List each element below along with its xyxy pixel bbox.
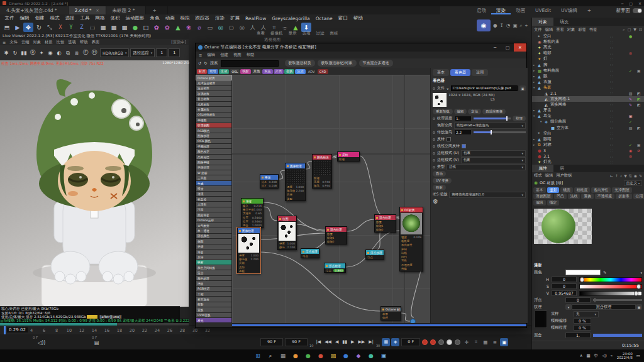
chevron-down-icon[interactable]: ▾ bbox=[640, 271, 642, 275]
value-slider[interactable] bbox=[579, 291, 642, 296]
menu-item[interactable]: 运动图形 bbox=[123, 15, 147, 21]
object-label[interactable]: 灯 bbox=[543, 56, 547, 62]
constraint-icon[interactable]: ⌀ bbox=[194, 23, 204, 32]
panel-tab[interactable]: 基本 bbox=[433, 69, 449, 76]
visibility-dots[interactable]: ∶∶ bbox=[610, 120, 626, 124]
object-tag-icon[interactable]: ✎ bbox=[626, 97, 635, 101]
prev-frame-button[interactable]: ◀ bbox=[335, 339, 339, 344]
search-icon[interactable]: ⌕ bbox=[519, 23, 522, 29]
app-firefox-icon[interactable]: ● bbox=[291, 351, 301, 361]
menu-item[interactable]: 模拟 bbox=[177, 15, 192, 21]
expand-arrow-icon[interactable]: ▾ bbox=[540, 120, 545, 123]
graph-node-header[interactable]: 反转 bbox=[338, 152, 359, 157]
folder-icon[interactable]: ▣ bbox=[636, 304, 642, 310]
graph-node-header[interactable]: 图像纹理 bbox=[286, 163, 305, 168]
graph-node[interactable]: 图像纹理强度1.000伽马值2.200反转类型边框 bbox=[237, 228, 260, 273]
node-type-item[interactable]: 毛发材质 bbox=[196, 102, 231, 106]
node-type-item[interactable]: W 坐标 bbox=[196, 170, 231, 175]
node-type-item[interactable]: 玻璃材质 bbox=[196, 91, 231, 96]
node-type-item[interactable]: 颜色校正 bbox=[196, 149, 231, 153]
locate-button[interactable]: 定位 bbox=[468, 109, 481, 114]
folder-icon[interactable]: ▣ bbox=[519, 85, 526, 91]
object-label[interactable]: 3 bbox=[543, 148, 546, 153]
expand-arrow-icon[interactable]: ▸ bbox=[533, 75, 538, 78]
bounces-field[interactable]: 1 bbox=[169, 48, 180, 57]
visibility-dots[interactable]: ∶∶ bbox=[610, 148, 626, 152]
close-button[interactable]: ✕ bbox=[638, 1, 641, 6]
pick-material-icon[interactable]: ⧉ bbox=[64, 48, 72, 57]
graph-node-header[interactable]: 图像纹理 bbox=[238, 228, 260, 233]
object-tag-icon[interactable]: ▣ bbox=[635, 143, 643, 147]
value-value[interactable]: 0.954687 bbox=[552, 290, 577, 296]
node-type-item[interactable]: 大理石 bbox=[196, 202, 231, 206]
document-tab[interactable]: 2.c4d *✕ bbox=[69, 6, 106, 14]
texture-add-icon[interactable]: ▾ bbox=[565, 304, 572, 310]
menu-item[interactable]: 扩展 bbox=[228, 15, 243, 21]
graph-node-param[interactable]: 浮点 bbox=[301, 254, 319, 258]
object-label[interactable]: 暗部 bbox=[543, 50, 552, 56]
blur-offset-value[interactable]: 0 % bbox=[574, 318, 591, 324]
live-viewer-menu-item[interactable]: 比较 bbox=[57, 40, 65, 45]
notification-icon[interactable]: ▭ bbox=[636, 353, 640, 358]
object-label[interactable]: 2.1 bbox=[550, 91, 557, 96]
preset-select[interactable]: 自定义▾ bbox=[624, 180, 642, 186]
layout-tab[interactable]: 动画 bbox=[511, 6, 530, 14]
node-editor-titlebar[interactable]: Octane 节点编辑器 [文化不变 电量分享 作者标记 相互理解] ─ ▢ ✕ bbox=[196, 43, 526, 52]
sound-icon[interactable]: ◁)) bbox=[38, 340, 45, 346]
next-key-button[interactable]: ▶▶ bbox=[357, 339, 365, 344]
filter-chip[interactable]: 介质 bbox=[274, 69, 284, 74]
render-region-icon[interactable]: ▦ bbox=[109, 23, 119, 32]
node-type-item[interactable]: 置换 bbox=[196, 307, 231, 312]
object-label[interactable]: 相机约束 bbox=[543, 39, 559, 45]
object-manager-tab[interactable]: 对象 bbox=[532, 18, 553, 26]
minimize-button[interactable]: ─ bbox=[489, 43, 501, 52]
object-row[interactable]: ▸ ▲ 脚 ∶∶ bbox=[532, 62, 644, 67]
saturation-slider[interactable] bbox=[579, 284, 642, 289]
settings-icon[interactable]: ✱ bbox=[2, 48, 11, 57]
node-type-item[interactable]: 渐变 bbox=[196, 250, 231, 254]
graph-node-param[interactable]: 强度1.000 bbox=[278, 241, 296, 245]
visibility-dots[interactable]: ∶∶ bbox=[610, 46, 626, 50]
object-tag-icon[interactable]: ◩ bbox=[635, 126, 643, 130]
app-wechat-icon[interactable]: ● bbox=[303, 351, 313, 361]
canvas-scrollbar[interactable] bbox=[232, 323, 526, 327]
menu-item[interactable]: 跟踪器 bbox=[192, 15, 213, 21]
live-viewer-menu-item[interactable]: 云端 bbox=[21, 40, 30, 45]
graph-node-param[interactable]: 纹理2 bbox=[326, 240, 347, 244]
strength-value[interactable]: 1. bbox=[454, 116, 472, 121]
hdr-icon[interactable]: Ⓗ bbox=[90, 48, 99, 57]
node-type-item[interactable]: 光泽混合材质 bbox=[196, 80, 231, 85]
object-label[interactable]: 布料曲面 bbox=[543, 68, 559, 74]
graph-node-param[interactable]: 位置0.5460 bbox=[242, 219, 263, 223]
node-type-item[interactable]: 大气散射 bbox=[196, 223, 231, 228]
deformer-icon[interactable]: ❀ bbox=[184, 23, 194, 32]
graph-node[interactable]: 反转纹理 bbox=[337, 151, 360, 162]
viewport-menu-item[interactable]: 摄像机 bbox=[270, 31, 283, 36]
node-type-item[interactable]: 随机颜色 bbox=[196, 234, 231, 238]
task-view-icon[interactable]: ▦ bbox=[278, 351, 288, 361]
graph-node-param[interactable]: 强度1.000 bbox=[286, 185, 305, 189]
menu-item[interactable]: 选择 bbox=[62, 15, 77, 21]
object-row[interactable]: ◮ 2.1 ∶∶ ▨ ◩ bbox=[532, 90, 644, 96]
tray-expand-icon[interactable]: ∧ bbox=[580, 353, 583, 359]
object-tag-icon[interactable]: ◉ bbox=[626, 148, 635, 153]
film-icon[interactable]: ▤ bbox=[94, 340, 99, 346]
visibility-dots[interactable]: ∶∶ bbox=[610, 35, 626, 38]
search-icon[interactable]: ⌕ bbox=[265, 351, 275, 361]
search-icon[interactable]: ⌕ bbox=[623, 27, 625, 32]
visibility-dots[interactable]: ∶∶ bbox=[610, 103, 626, 107]
graph-node[interactable]: 浮点纹理浮点 bbox=[301, 248, 319, 258]
menu-item[interactable]: 创建 bbox=[32, 15, 47, 21]
expand-arrow-icon[interactable]: ▸ bbox=[533, 138, 538, 141]
panel-icon[interactable]: ▣ bbox=[513, 23, 517, 29]
node-type-item[interactable]: Octane 材质 bbox=[196, 75, 231, 80]
windows-start-icon[interactable]: ⊞ bbox=[253, 351, 263, 361]
autokey-toggle[interactable]: ◈ bbox=[391, 338, 399, 346]
live-viewer-menu-item[interactable]: 界面 bbox=[91, 40, 99, 45]
gear-icon[interactable]: ⚙ bbox=[433, 198, 438, 205]
back-icon[interactable]: ← bbox=[610, 173, 613, 178]
viewport-menu-item[interactable]: 查看 bbox=[257, 31, 265, 36]
node-type-item[interactable]: 增益 bbox=[196, 281, 231, 285]
node-type-item[interactable]: 复合材质 bbox=[196, 97, 231, 101]
object-label[interactable]: 头套 bbox=[543, 85, 552, 90]
